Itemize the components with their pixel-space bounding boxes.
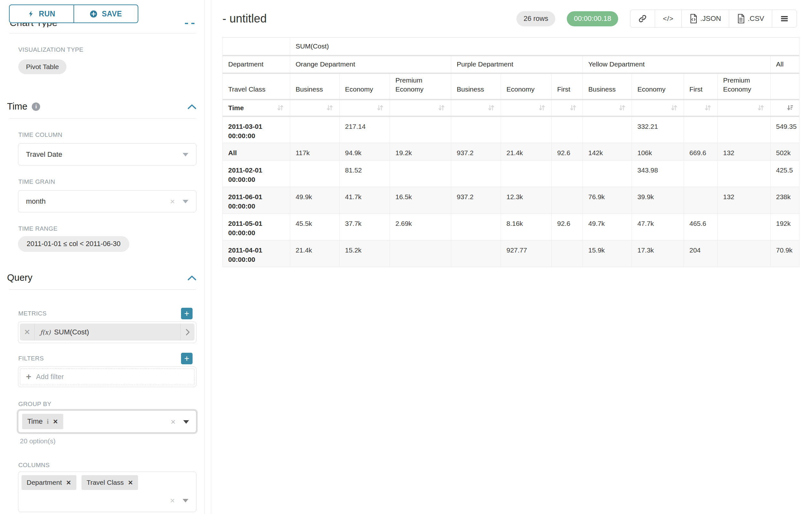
column-group-header: Orange Department <box>290 56 451 73</box>
value-cell <box>390 160 451 187</box>
info-icon[interactable]: i <box>32 103 40 111</box>
column-sort-header[interactable] <box>390 100 451 116</box>
value-cell: 343.98 <box>632 160 684 187</box>
clear-icon[interactable]: × <box>171 417 176 426</box>
column-sort-header[interactable] <box>290 100 340 116</box>
metric-pill[interactable]: ✕ ƒ(x) SUM(Cost) <box>20 324 195 341</box>
columns-tag[interactable]: Department ✕ <box>22 475 77 490</box>
sort-icon <box>757 104 765 112</box>
value-cell: 502k <box>771 143 800 160</box>
column-sort-header[interactable] <box>451 100 501 116</box>
column-sort-header[interactable] <box>632 100 684 116</box>
time-grain-select[interactable]: month × <box>18 190 196 212</box>
sort-icon <box>437 104 445 112</box>
save-button[interactable]: SAVE <box>74 4 139 23</box>
remove-tag-icon[interactable]: ✕ <box>128 479 133 486</box>
value-cell <box>501 116 552 143</box>
export-json-button[interactable]: .JSON <box>682 10 729 27</box>
table-row: All117k94.9k19.2k937.221.4k92.6142k106k6… <box>223 143 800 160</box>
columns-tag-label: Travel Class <box>87 479 124 486</box>
column-subheader: Economy <box>632 73 684 100</box>
divider <box>9 33 196 33</box>
value-cell: 49.9k <box>290 187 340 214</box>
csv-file-icon <box>737 14 745 23</box>
value-cell: 204 <box>684 240 718 267</box>
add-filter-dropzone[interactable]: + Add filter <box>20 369 195 385</box>
time-sort-header[interactable]: Time <box>223 100 290 116</box>
table-row: 2011-02-01 00:00:0081.52343.98425.5 <box>223 160 800 187</box>
group-by-tag[interactable]: Time i ✕ <box>22 414 63 429</box>
panel-icon-fragment <box>185 23 188 24</box>
add-metric-button[interactable]: + <box>181 308 193 319</box>
value-cell: 92.6 <box>552 143 583 160</box>
column-sort-header[interactable] <box>684 100 718 116</box>
table-row: 2011-06-01 00:00:0049.9k41.7k16.5k937.21… <box>223 187 800 214</box>
value-cell <box>290 116 340 143</box>
sort-icon <box>618 104 626 112</box>
export-csv-button[interactable]: .CSV <box>729 10 772 27</box>
column-subheader: Premium Economy <box>718 73 771 100</box>
all-column-sort-header-active[interactable] <box>771 100 800 116</box>
time-section-header: Time i <box>7 101 198 112</box>
column-sort-header[interactable] <box>718 100 771 116</box>
query-section-header: Query <box>7 272 198 283</box>
value-cell <box>718 116 771 143</box>
value-cell: 15.2k <box>340 240 390 267</box>
value-cell <box>390 116 451 143</box>
value-cell: 92.6 <box>552 214 583 240</box>
share-link-button[interactable] <box>630 10 655 27</box>
viz-type-pill[interactable]: Pivot Table <box>18 59 66 74</box>
caret-down-icon <box>183 200 188 204</box>
column-sort-header[interactable] <box>501 100 552 116</box>
group-by-tag-label: Time <box>27 417 43 426</box>
sort-icon <box>326 104 334 112</box>
json-file-icon <box>689 14 697 23</box>
value-cell: 425.5 <box>771 160 800 187</box>
column-sort-header[interactable] <box>552 100 583 116</box>
export-json-label: .JSON <box>700 15 721 23</box>
columns-tag-label: Department <box>27 479 62 486</box>
sort-icon <box>670 104 678 112</box>
row-label-cell: 2011-02-01 00:00:00 <box>223 160 290 187</box>
query-timer-badge: 00:00:00.18 <box>567 11 618 26</box>
code-icon: </> <box>663 15 673 23</box>
value-cell <box>451 214 501 240</box>
more-options-button[interactable] <box>772 10 796 27</box>
time-column-value: Travel Date <box>26 150 62 159</box>
chart-title[interactable]: - untitled <box>223 12 267 25</box>
group-by-label: GROUP BY <box>18 401 204 408</box>
column-subheader: First <box>684 73 718 100</box>
table-row: DepartmentOrange DepartmentPurple Depart… <box>223 56 800 73</box>
chevron-up-icon[interactable] <box>187 275 197 281</box>
run-button[interactable]: RUN <box>9 4 74 23</box>
add-filter-placeholder: Add filter <box>36 373 64 381</box>
columns-select[interactable]: Department ✕ Travel Class ✕ × <box>18 471 196 512</box>
add-filter-button[interactable]: + <box>181 353 193 364</box>
value-cell <box>451 160 501 187</box>
columns-tag[interactable]: Travel Class ✕ <box>82 475 138 490</box>
remove-tag-icon[interactable]: ✕ <box>66 479 71 486</box>
value-cell: 937.2 <box>451 143 501 160</box>
viz-type-value: Pivot Table <box>26 63 59 71</box>
row-axis-department-label: Department <box>223 56 290 73</box>
chart-area: - untitled 26 rows 00:00:00.18 </> .JSON… <box>211 0 812 514</box>
info-icon[interactable]: i <box>47 418 49 425</box>
group-by-select[interactable]: Time i ✕ × <box>18 410 196 433</box>
clear-icon[interactable]: × <box>170 197 175 206</box>
time-range-pill[interactable]: 2011-01-01 ≤ col < 2011-06-30 <box>18 236 129 252</box>
panel-divider[interactable] <box>204 0 205 514</box>
value-cell: 47.7k <box>632 214 684 240</box>
value-cell: 76.9k <box>583 187 632 214</box>
clear-icon[interactable]: × <box>170 496 175 505</box>
export-csv-label: .CSV <box>748 15 764 23</box>
remove-metric-icon[interactable]: ✕ <box>20 324 35 341</box>
view-query-button[interactable]: </> <box>655 10 681 27</box>
chevron-up-icon[interactable] <box>187 104 197 110</box>
column-sort-header[interactable] <box>340 100 390 116</box>
expand-metric-icon[interactable] <box>180 324 195 341</box>
column-sort-header[interactable] <box>583 100 632 116</box>
table-row: 2011-03-01 00:00:00217.14332.21549.35 <box>223 116 800 143</box>
time-column-select[interactable]: Travel Date <box>18 143 196 165</box>
remove-tag-icon[interactable]: ✕ <box>53 418 58 425</box>
column-subheader: Business <box>290 73 340 100</box>
